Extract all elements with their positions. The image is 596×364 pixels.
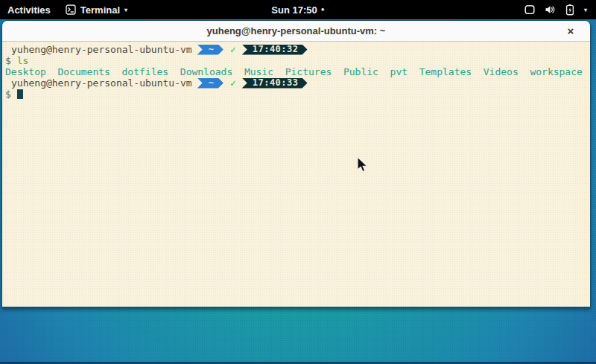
- close-button[interactable]: ×: [562, 21, 580, 41]
- terminal-window: yuheng@henry-personal-ubuntu-vm: ~ × yuh…: [1, 20, 591, 307]
- clock-button[interactable]: Sun 17:50 ●: [265, 0, 330, 19]
- prompt-symbol: $: [5, 89, 11, 100]
- terminal-icon: [66, 4, 76, 15]
- window-titlebar[interactable]: yuheng@henry-personal-ubuntu-vm: ~ ×: [2, 21, 590, 42]
- prompt-cwd-segment: ~: [197, 78, 224, 89]
- top-bar: Activities Terminal ▾ Sun 17:50 ●: [0, 0, 596, 19]
- window-title: yuheng@henry-personal-ubuntu-vm: ~: [207, 25, 386, 36]
- terminal-line-command: $ ls: [5, 55, 587, 66]
- prompt-time-badge: 17:40:32: [242, 45, 308, 55]
- terminal-line-prompt-1: yuheng@henry-personal-ubuntu-vm ~ ✓ 17:4…: [5, 44, 587, 55]
- clock-label: Sun 17:50: [271, 4, 317, 16]
- command-text: ls: [17, 55, 29, 66]
- system-tray[interactable]: ▾: [516, 0, 596, 19]
- terminal-line-input: $: [5, 89, 587, 100]
- terminal-content[interactable]: yuheng@henry-personal-ubuntu-vm ~ ✓ 17:4…: [2, 42, 590, 307]
- activities-label: Activities: [7, 4, 51, 16]
- chevron-down-icon: ▾: [124, 7, 127, 13]
- prompt-status-check: ✓: [230, 77, 236, 89]
- prompt-user: yuheng@henry-personal-ubuntu-vm: [5, 77, 192, 89]
- battery-charging-icon: [565, 4, 574, 16]
- terminal-line-ls-output: Desktop Documents dotfiles Downloads Mus…: [5, 66, 587, 77]
- app-menu-terminal[interactable]: Terminal ▾: [58, 0, 135, 19]
- notification-dot: ●: [321, 7, 325, 13]
- volume-icon: [545, 4, 556, 15]
- prompt-user: yuheng@henry-personal-ubuntu-vm: [5, 44, 192, 55]
- chevron-down-icon: ▾: [584, 7, 587, 13]
- prompt-symbol: $: [5, 55, 11, 66]
- prompt-cwd-segment: ~: [197, 45, 224, 55]
- activities-button[interactable]: Activities: [0, 0, 58, 19]
- app-menu-label: Terminal: [80, 4, 120, 16]
- terminal-line-prompt-2: yuheng@henry-personal-ubuntu-vm ~ ✓ 17:4…: [5, 77, 587, 89]
- prompt-time-badge: 17:40:33: [242, 78, 308, 89]
- text-cursor: [17, 89, 23, 99]
- screen-icon: [524, 4, 535, 15]
- prompt-status-check: ✓: [230, 44, 236, 55]
